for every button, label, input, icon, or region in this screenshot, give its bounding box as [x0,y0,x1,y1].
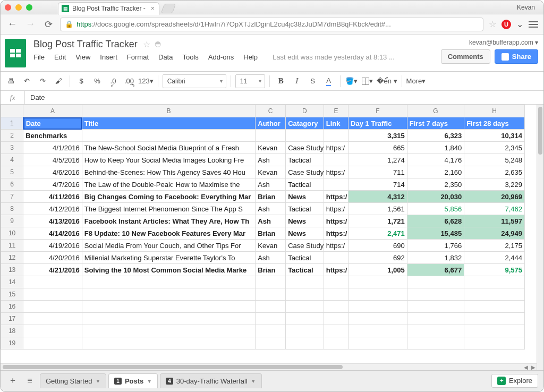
row-header[interactable]: 1 [1,117,23,130]
cell[interactable] [82,130,256,142]
cell[interactable]: 2,175 [464,240,525,252]
minimize-window-icon[interactable] [15,4,22,11]
cell[interactable]: 4/20/2016 [23,252,82,264]
row-header[interactable]: 18 [1,325,23,337]
strikethrough-button[interactable]: S [306,74,320,88]
cell[interactable] [324,301,348,313]
chrome-profile-button[interactable]: Kevan [513,3,539,12]
cell[interactable] [324,130,348,142]
cell[interactable]: 692 [348,252,407,264]
cell[interactable]: 2,350 [407,178,464,191]
cell[interactable]: 6,677 [407,264,464,276]
cell[interactable]: Behind-the-Scenes: How This Agency Saves… [82,166,256,178]
column-header-A[interactable]: A [23,105,82,117]
cell[interactable] [407,301,464,313]
cell[interactable]: Tactical [286,154,324,166]
cell[interactable]: Benchmarks [23,130,82,142]
cell[interactable] [324,276,348,288]
cell[interactable]: 1,766 [407,240,464,252]
menu-data[interactable]: Data [158,53,173,61]
cell[interactable] [23,337,82,350]
cell[interactable]: 2,345 [464,142,525,154]
cell[interactable]: Case Study [286,240,324,252]
extension-pocket-icon[interactable]: ⌄ [516,19,523,29]
cell[interactable]: 2,444 [464,252,525,264]
fill-color-button[interactable]: 🪣 ▾ [345,74,359,88]
cell[interactable]: 4,312 [348,191,407,203]
cell[interactable]: 714 [348,178,407,191]
cell[interactable]: 5,248 [464,154,525,166]
row-header[interactable]: 16 [1,301,23,313]
menu-insert[interactable]: Insert [100,53,117,61]
cell[interactable] [324,154,348,166]
cell[interactable] [348,313,407,325]
cell[interactable]: https:/ [324,215,348,227]
column-header-D[interactable]: D [286,105,324,117]
undo-icon[interactable]: ↶ [20,74,33,88]
cell[interactable]: 1,832 [407,252,464,264]
cell[interactable] [407,337,464,350]
menu-tools[interactable]: Tools [182,53,198,61]
cell[interactable]: 11,597 [464,215,525,227]
tab-menu-icon[interactable]: ▼ [251,378,256,384]
cell[interactable] [464,301,525,313]
browser-menu-icon[interactable] [529,21,538,28]
cell[interactable] [407,325,464,337]
menu-format[interactable]: Format [127,53,149,61]
row-header[interactable]: 13 [1,264,23,276]
row-header[interactable]: 7 [1,191,23,203]
cell[interactable] [348,288,407,301]
cell[interactable]: 1,721 [348,215,407,227]
formula-bar[interactable]: fx Date [1,91,543,105]
cell[interactable] [286,313,324,325]
cell[interactable] [286,130,324,142]
sheet-tab[interactable]: 1Posts▼ [108,373,158,388]
cell[interactable]: F8 Update: 10 New Facebook Features Ever… [82,227,256,240]
cell[interactable] [82,313,256,325]
explore-button[interactable]: Explore [491,374,538,388]
cell[interactable]: 4/19/2016 [23,240,82,252]
cell[interactable]: 24,949 [464,227,525,240]
cell[interactable]: Social Media From Your Couch, and Other … [82,240,256,252]
cell[interactable] [23,288,82,301]
cell[interactable]: 4/7/2016 [23,178,82,191]
menu-view[interactable]: View [75,53,90,61]
row-header[interactable]: 3 [1,142,23,154]
cell[interactable] [407,313,464,325]
menu-file[interactable]: File [33,53,45,61]
cell[interactable]: 15,485 [407,227,464,240]
cell[interactable]: Tactical [286,264,324,276]
header-cell[interactable]: First 28 days [464,117,525,130]
menu-help[interactable]: Help [243,53,258,61]
cell[interactable]: Facebook Instant Articles: What They Are… [82,215,256,227]
merge-cells-button[interactable]: �ển ▾ [377,74,397,88]
cell[interactable]: News [286,215,324,227]
cell[interactable] [256,130,286,142]
cell[interactable]: 2,471 [348,227,407,240]
reload-button[interactable]: ⟳ [42,18,55,31]
cell[interactable] [82,337,256,350]
cell[interactable]: How to Keep Your Social Media Images Loo… [82,154,256,166]
header-cell[interactable]: First 7 days [407,117,464,130]
spreadsheet-grid[interactable]: ABCDEFGH 1DateTitleAuthorCatagoryLinkDay… [1,105,543,370]
column-header-C[interactable]: C [256,105,286,117]
vertical-scrollbar[interactable] [537,105,543,370]
cell[interactable]: 3,229 [464,178,525,191]
cell[interactable] [324,313,348,325]
cell[interactable]: 4/6/2016 [23,166,82,178]
column-header-H[interactable]: H [464,105,525,117]
redo-icon[interactable]: ↷ [36,74,49,88]
cell[interactable]: 690 [348,240,407,252]
cell[interactable]: News [286,227,324,240]
cell[interactable] [464,288,525,301]
cell[interactable]: 1,274 [348,154,407,166]
cell[interactable]: 4/21/2016 [23,264,82,276]
cell[interactable] [407,276,464,288]
italic-button[interactable]: I [290,74,304,88]
cell[interactable]: https:/ [324,191,348,203]
menu-add-ons[interactable]: Add-ons [208,53,234,61]
header-cell[interactable]: Day 1 Traffic [348,117,407,130]
cell[interactable] [324,178,348,191]
cell[interactable] [407,288,464,301]
document-title[interactable]: Blog Post Traffic Tracker [33,39,138,50]
